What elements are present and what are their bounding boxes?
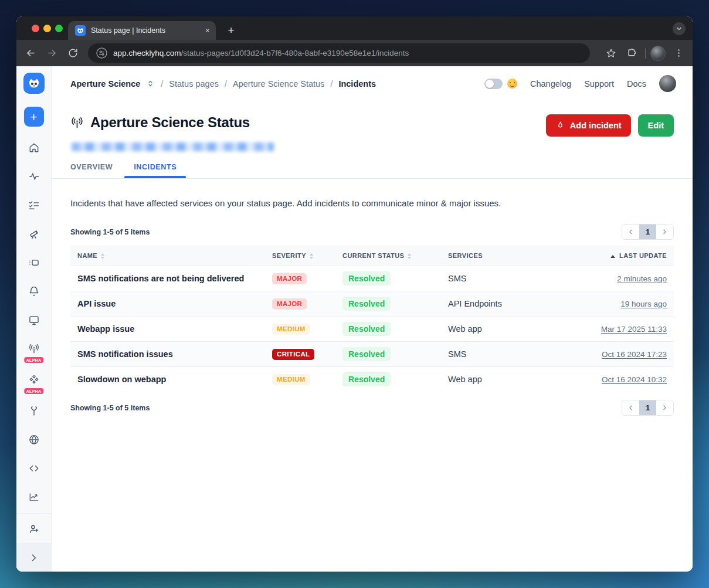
incident-services: SMS bbox=[448, 274, 466, 283]
showing-count: Showing 1-5 of 5 items bbox=[70, 404, 150, 412]
home-icon bbox=[28, 142, 40, 154]
pagination-bottom: 1 bbox=[622, 400, 674, 416]
globe-icon bbox=[28, 434, 40, 446]
tab-incidents[interactable]: INCIDENTS bbox=[134, 163, 177, 178]
account-switcher-chevrons-icon[interactable] bbox=[146, 79, 155, 88]
next-page-button[interactable] bbox=[656, 400, 673, 415]
sort-icon bbox=[408, 253, 411, 259]
sidebar-item-invite-user[interactable] bbox=[16, 513, 51, 543]
breadcrumb: Aperture Science / Status pages / Apertu… bbox=[70, 79, 376, 89]
table-row[interactable]: Webapp issue MEDIUM Resolved Web app Mar… bbox=[70, 317, 674, 342]
changelog-link[interactable]: Changelog bbox=[530, 79, 571, 89]
tab-search-chevron-icon[interactable] bbox=[673, 22, 686, 35]
incident-services: Web app bbox=[448, 324, 482, 334]
telescope-icon bbox=[28, 228, 40, 240]
breadcrumb-status-page-name[interactable]: Aperture Science Status bbox=[233, 79, 324, 89]
tab-close-icon[interactable]: × bbox=[205, 26, 210, 35]
incident-last-update[interactable]: 19 hours ago bbox=[620, 300, 667, 308]
sidebar-item-dashboards[interactable] bbox=[22, 308, 46, 332]
forward-icon[interactable] bbox=[43, 45, 60, 62]
browser-profile-avatar[interactable] bbox=[650, 46, 666, 61]
tab-overview[interactable]: OVERVIEW bbox=[70, 163, 113, 178]
sidebar-item-status-pages[interactable]: ALPHA bbox=[22, 337, 46, 361]
status-badge: Resolved bbox=[342, 372, 391, 386]
table-row[interactable]: SMS notifications are not being delivere… bbox=[70, 266, 674, 291]
sidebar-item-integrations[interactable]: ALPHA bbox=[22, 368, 46, 392]
page-description: Incidents that have affected services on… bbox=[70, 198, 674, 208]
column-header-services[interactable]: SERVICES bbox=[441, 246, 588, 266]
browser-menu-icon[interactable] bbox=[670, 45, 687, 62]
sidebar-item-alerts[interactable] bbox=[22, 280, 46, 303]
bookmark-star-icon[interactable] bbox=[603, 45, 619, 62]
broadcast-icon bbox=[28, 343, 40, 355]
app-header: Aperture Science / Status pages / Apertu… bbox=[52, 66, 693, 101]
new-tab-button[interactable]: + bbox=[223, 22, 239, 39]
next-page-button[interactable] bbox=[656, 225, 673, 239]
sidebar-item-monitoring[interactable] bbox=[22, 165, 46, 188]
severity-badge: MEDIUM bbox=[272, 324, 310, 335]
account-switcher[interactable]: Aperture Science bbox=[70, 79, 140, 89]
app-sidebar: + bbox=[16, 66, 52, 572]
severity-badge: MAJOR bbox=[272, 298, 307, 310]
incident-last-update[interactable]: Oct 16 2024 10:32 bbox=[602, 375, 667, 384]
alpha-badge: ALPHA bbox=[24, 357, 44, 363]
checkly-logo[interactable] bbox=[23, 73, 45, 94]
table-row[interactable]: API issue MAJOR Resolved API Endpoints 1… bbox=[70, 291, 674, 317]
severity-badge: CRITICAL bbox=[272, 349, 314, 360]
status-page-url-redacted[interactable] bbox=[72, 142, 274, 151]
column-header-current-status[interactable]: CURRENT STATUS bbox=[335, 246, 441, 266]
severity-badge: MEDIUM bbox=[272, 374, 310, 385]
tab-title: Status page | Incidents bbox=[91, 26, 200, 35]
status-badge: Resolved bbox=[342, 271, 391, 285]
incident-last-update[interactable]: 2 minutes ago bbox=[617, 274, 667, 283]
sidebar-item-home[interactable] bbox=[22, 136, 46, 159]
edit-button[interactable]: Edit bbox=[638, 114, 674, 137]
column-header-name[interactable]: NAME bbox=[70, 246, 265, 266]
code-icon bbox=[28, 463, 40, 474]
extensions-icon[interactable] bbox=[624, 45, 640, 62]
incident-name: Slowdown on webapp bbox=[77, 375, 166, 384]
breadcrumb-status-pages[interactable]: Status pages bbox=[169, 79, 219, 89]
site-privacy-icon[interactable] bbox=[96, 47, 107, 59]
table-row[interactable]: Slowdown on webapp MEDIUM Resolved Web a… bbox=[70, 367, 674, 392]
alpha-badge: ALPHA bbox=[24, 388, 44, 394]
incident-services: API Endpoints bbox=[448, 299, 502, 308]
back-icon[interactable] bbox=[22, 45, 39, 62]
prev-page-button[interactable] bbox=[622, 225, 639, 239]
column-header-severity[interactable]: SEVERITY bbox=[265, 246, 335, 266]
page-number[interactable]: 1 bbox=[639, 400, 656, 415]
minimize-window-button[interactable] bbox=[43, 25, 51, 32]
theme-toggle[interactable] bbox=[484, 79, 503, 89]
maximize-window-button[interactable] bbox=[55, 25, 63, 32]
sidebar-collapse-button[interactable] bbox=[16, 543, 51, 572]
main-content: Aperture Science Status Add incident Edi… bbox=[52, 101, 693, 572]
add-incident-button[interactable]: Add incident bbox=[546, 114, 631, 137]
showing-count: Showing 1-5 of 5 items bbox=[70, 228, 150, 236]
sidebar-item-groups[interactable] bbox=[22, 251, 46, 274]
column-header-last-update[interactable]: LAST UPDATE bbox=[588, 246, 674, 266]
window-controls bbox=[32, 25, 63, 32]
create-new-button[interactable]: + bbox=[24, 107, 44, 127]
page-number[interactable]: 1 bbox=[639, 225, 656, 239]
sidebar-item-checks[interactable] bbox=[22, 193, 46, 217]
reload-icon[interactable] bbox=[65, 45, 81, 62]
url-bar[interactable]: app.checklyhq.com/status-pages/1d0f3d24-… bbox=[88, 43, 590, 63]
incident-last-update[interactable]: Mar 17 2025 11:33 bbox=[601, 325, 667, 334]
sidebar-item-cli[interactable] bbox=[22, 457, 46, 480]
sidebar-item-analytics[interactable] bbox=[22, 485, 46, 509]
close-window-button[interactable] bbox=[32, 25, 39, 32]
table-row[interactable]: SMS notification issues CRITICAL Resolve… bbox=[70, 342, 674, 367]
sidebar-item-maintenance[interactable] bbox=[22, 399, 46, 423]
docs-link[interactable]: Docs bbox=[627, 79, 646, 89]
browser-window: Status page | Incidents × + app.checklyh… bbox=[16, 16, 693, 572]
incident-name: SMS notification issues bbox=[77, 349, 173, 359]
sidebar-item-explore[interactable] bbox=[22, 222, 46, 246]
browser-tab[interactable]: Status page | Incidents × bbox=[68, 21, 216, 40]
incident-last-update[interactable]: Oct 16 2024 17:23 bbox=[602, 350, 667, 359]
support-link[interactable]: Support bbox=[584, 79, 614, 89]
sort-icon bbox=[101, 253, 104, 259]
prev-page-button[interactable] bbox=[622, 400, 639, 415]
user-avatar[interactable] bbox=[659, 75, 676, 92]
incidents-table: NAME SEVERITY CURRENT STATUS SERVICES LA… bbox=[70, 246, 674, 392]
sidebar-item-private-locations[interactable] bbox=[22, 428, 46, 451]
